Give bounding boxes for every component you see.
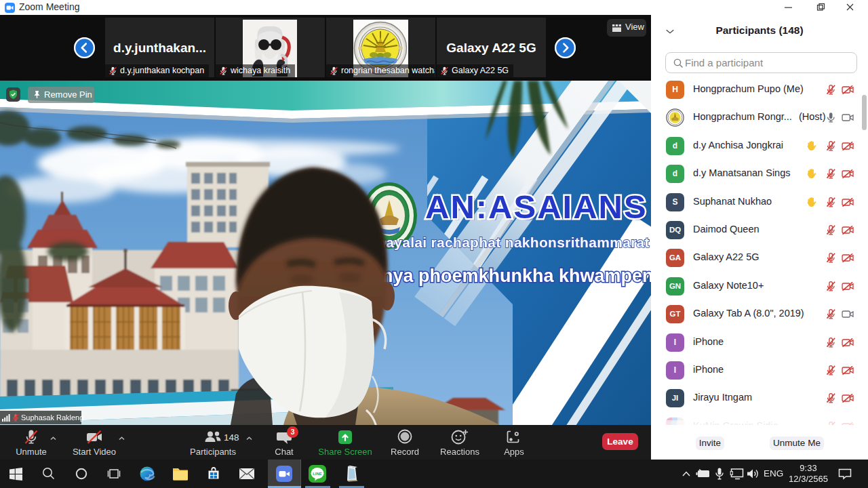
svg-text:AN:ASAIANS: AN:ASAIANS: [425, 188, 648, 225]
svg-text:LINE: LINE: [313, 472, 322, 476]
